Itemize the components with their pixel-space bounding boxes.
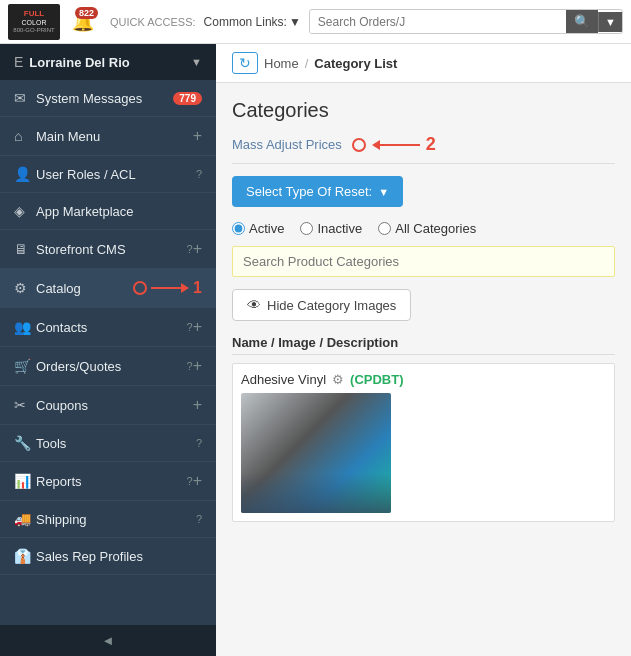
mass-adjust-prices-link[interactable]: Mass Adjust Prices (232, 137, 342, 152)
product-image (241, 393, 391, 513)
sidebar-item-app-marketplace[interactable]: ◈ App Marketplace (0, 193, 216, 230)
category-search-input[interactable] (232, 246, 615, 277)
sidebar-item-user-roles-acl[interactable]: 👤 User Roles / ACL ? (0, 156, 216, 193)
search-bar: 🔍 ▼ (309, 9, 623, 34)
catalog-icon: ⚙ (14, 280, 36, 296)
plus-icon: + (193, 240, 202, 258)
help-icon: ? (196, 437, 202, 449)
notification-button[interactable]: 🔔 822 (68, 7, 98, 37)
search-input[interactable] (310, 11, 566, 33)
sidebar-item-label: Tools (36, 436, 194, 451)
sidebar-item-orders-quotes[interactable]: 🛒 Orders/Quotes ? + (0, 347, 216, 386)
breadcrumb-home[interactable]: Home (264, 56, 299, 71)
annotation-circle-icon (352, 138, 366, 152)
search-dropdown-button[interactable]: ▼ (598, 12, 622, 32)
breadcrumb-bar: ↻ Home / Category List (216, 44, 631, 83)
product-title-row: Adhesive Vinyl ⚙ (CPDBT) (241, 372, 606, 387)
chevron-down-icon: ▼ (289, 15, 301, 29)
main-layout: Ε Lorraine Del Rio ▼ ✉ System Messages 7… (0, 44, 631, 656)
sidebar-item-main-menu[interactable]: ⌂ Main Menu + (0, 117, 216, 156)
red-arrow-right (372, 140, 420, 150)
sidebar-item-catalog[interactable]: ⚙ Catalog 1 (0, 269, 216, 308)
help-icon: ? (196, 513, 202, 525)
sidebar-item-label: Catalog (36, 281, 129, 296)
product-gear-icon[interactable]: ⚙ (332, 372, 344, 387)
notification-badge: 822 (75, 7, 98, 19)
content-body: Categories Mass Adjust Prices 2 Select T… (216, 83, 631, 538)
cart-icon: 🛒 (14, 358, 36, 374)
product-name: Adhesive Vinyl (241, 372, 326, 387)
hide-images-label: Hide Category Images (267, 298, 396, 313)
annotation-number-1: 1 (193, 279, 202, 297)
content-area: ↻ Home / Category List Categories Mass A… (216, 44, 631, 656)
sidebar-item-label: Orders/Quotes (36, 359, 185, 374)
select-type-reset-button[interactable]: Select Type Of Reset: ▼ (232, 176, 403, 207)
table-column-header: Name / Image / Description (232, 335, 615, 355)
sidebar-item-label: User Roles / ACL (36, 167, 194, 182)
annotation-number-2: 2 (426, 134, 436, 155)
sidebar-item-label: Storefront CMS (36, 242, 185, 257)
sidebar-item-reports[interactable]: 📊 Reports ? + (0, 462, 216, 501)
plus-icon: + (193, 472, 202, 490)
plus-icon: + (193, 318, 202, 336)
sidebar-item-sales-rep-profiles[interactable]: 👔 Sales Rep Profiles (0, 538, 216, 575)
sidebar-item-label: App Marketplace (36, 204, 202, 219)
breadcrumb-refresh-button[interactable]: ↻ (232, 52, 258, 74)
search-button[interactable]: 🔍 (566, 10, 598, 33)
common-links-button[interactable]: Common Links: ▼ (204, 15, 301, 29)
sidebar-item-system-messages[interactable]: ✉ System Messages 779 (0, 80, 216, 117)
select-reset-label: Select Type Of Reset: (246, 184, 372, 199)
product-code: (CPDBT) (350, 372, 403, 387)
sidebar-item-label: Contacts (36, 320, 185, 335)
sidebar-item-label: System Messages (36, 91, 173, 106)
sidebar-item-label: Coupons (36, 398, 193, 413)
shipping-icon: 🚚 (14, 511, 36, 527)
sidebar-item-label: Main Menu (36, 129, 193, 144)
annotation-arrow-line (151, 287, 181, 289)
sidebar-item-label: Shipping (36, 512, 194, 527)
mass-adjust-row: Mass Adjust Prices 2 (232, 134, 615, 164)
annotation-arrowhead (181, 283, 189, 293)
top-bar: FULL COLOR 800-GO-PRINT 🔔 822 QUICK ACCE… (0, 0, 631, 44)
breadcrumb-current: Category List (314, 56, 397, 71)
chevron-down-icon: ▼ (191, 56, 202, 68)
product-image-overlay (241, 473, 391, 513)
sidebar: Ε Lorraine Del Rio ▼ ✉ System Messages 7… (0, 44, 216, 656)
page-title: Categories (232, 99, 615, 122)
reports-icon: 📊 (14, 473, 36, 489)
logo: FULL COLOR 800-GO-PRINT (8, 4, 60, 40)
eye-icon: 👁 (247, 297, 261, 313)
radio-active[interactable]: Active (232, 221, 284, 236)
username-label: Lorraine Del Rio (29, 55, 129, 70)
marketplace-icon: ◈ (14, 203, 36, 219)
product-row: Adhesive Vinyl ⚙ (CPDBT) (232, 363, 615, 522)
plus-icon: + (193, 127, 202, 145)
arrow-line (380, 144, 420, 146)
sidebar-item-shipping[interactable]: 🚚 Shipping ? (0, 501, 216, 538)
plus-icon: + (193, 357, 202, 375)
filter-radio-group: Active Inactive All Categories (232, 221, 615, 236)
home-icon: ⌂ (14, 128, 36, 144)
breadcrumb-separator: / (305, 56, 309, 71)
quick-access-label: QUICK ACCESS: (110, 16, 196, 28)
system-messages-badge: 779 (173, 92, 202, 105)
user-icon: 👤 (14, 166, 36, 182)
user-icon: Ε (14, 54, 23, 70)
tools-icon: 🔧 (14, 435, 36, 451)
coupon-icon: ✂ (14, 397, 36, 413)
hide-category-images-button[interactable]: 👁 Hide Category Images (232, 289, 411, 321)
sidebar-item-contacts[interactable]: 👥 Contacts ? + (0, 308, 216, 347)
sidebar-user[interactable]: Ε Lorraine Del Rio ▼ (0, 44, 216, 80)
chevron-down-icon: ▼ (378, 186, 389, 198)
sidebar-toggle-button[interactable]: ◄ (0, 625, 216, 656)
radio-inactive[interactable]: Inactive (300, 221, 362, 236)
radio-all-categories[interactable]: All Categories (378, 221, 476, 236)
sidebar-item-storefront-cms[interactable]: 🖥 Storefront CMS ? + (0, 230, 216, 269)
monitor-icon: 🖥 (14, 241, 36, 257)
annotation-area: 2 (352, 134, 436, 155)
sidebar-item-coupons[interactable]: ✂ Coupons + (0, 386, 216, 425)
sidebar-item-tools[interactable]: 🔧 Tools ? (0, 425, 216, 462)
annotation-circle (133, 281, 147, 295)
sales-rep-icon: 👔 (14, 548, 36, 564)
arrowhead-icon (372, 140, 380, 150)
